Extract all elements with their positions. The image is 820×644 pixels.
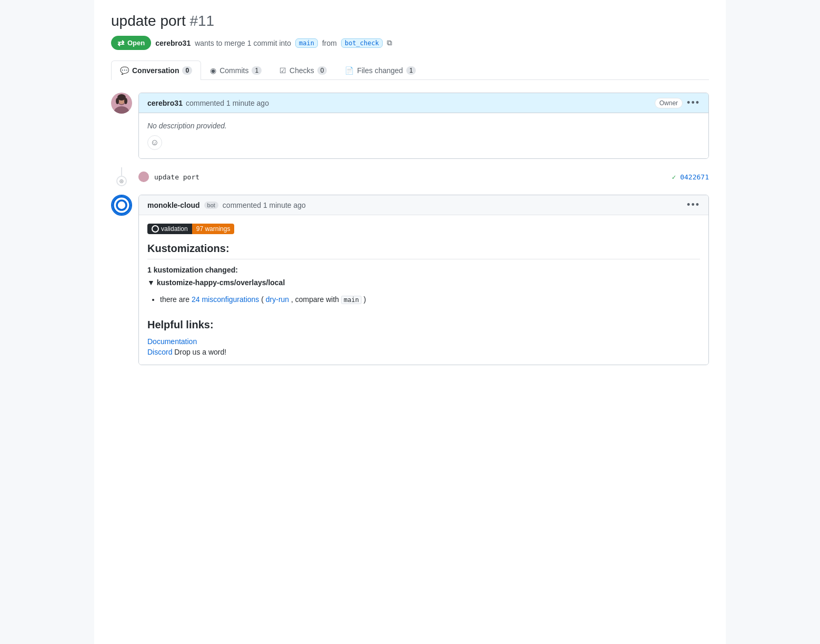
bot-comment-header-left: monokle-cloud bot commented 1 minute ago [147,201,306,209]
tab-commits-label: Commits [219,66,248,75]
bot-comment-time: commented 1 minute ago [223,201,306,209]
commit-message: update port [154,173,199,181]
avatar-cerebro31-img [111,93,132,114]
bot-more-options-button[interactable]: ••• [687,199,700,210]
discord-link[interactable]: Discord [147,348,172,356]
comment-monokle-cloud: monokle-cloud bot commented 1 minute ago… [111,195,709,365]
helpful-link-discord: Discord Drop us a word! [147,348,700,356]
commit-sha[interactable]: 0422671 [680,173,709,181]
bot-comment-box: monokle-cloud bot commented 1 minute ago… [138,195,709,365]
rail-top [121,167,122,176]
bot-author: monokle-cloud [147,201,200,209]
validation-circle-icon [152,225,159,233]
pr-number: #11 [189,13,214,29]
more-options-button[interactable]: ••• [687,97,700,108]
kust-list-close: ) [364,295,366,304]
tab-checks-count: 0 [317,66,327,75]
tabs-bar: 💬 Conversation 0 ◉ Commits 1 ☑ Checks 0 … [111,61,709,80]
tab-files-changed[interactable]: 📄 Files changed 1 [336,61,425,80]
kust-branch-ref: main [341,296,362,304]
commit-section: ◎ update port ✓ 0422671 [111,167,709,186]
comment-box-cerebro31: cerebro31 commented 1 minute ago Owner •… [138,93,709,159]
tab-conversation-label: Conversation [132,66,179,75]
validation-label: validation [161,225,188,233]
check-icon: ✓ [672,173,676,181]
bot-badge: bot [204,202,218,209]
commit-avatar [138,172,149,182]
comment-header-left: cerebro31 commented 1 minute ago [147,99,269,107]
kust-path: ▼ kustomize-happy-cms/overlays/local [147,278,700,287]
pr-title: update port #11 [111,13,709,29]
merge-icon: ⇄ [117,38,124,48]
commits-icon: ◉ [210,66,216,75]
tab-commits-count: 1 [252,66,262,75]
bot-comment-header-right: ••• [687,199,700,210]
kust-list-paren: ( [261,295,264,304]
kust-list-item: there are 24 misconfigurations ( dry-run… [160,293,700,306]
kust-list-compare: compare with [295,295,341,304]
kust-arrow: ▼ [147,278,157,287]
comment-author-cerebro31: cerebro31 [147,99,183,107]
avatar-cerebro31 [111,93,132,114]
base-branch-ref[interactable]: main [295,38,318,48]
comment-body-text: No description provided. [147,122,700,130]
tab-checks[interactable]: ☑ Checks 0 [271,61,336,80]
discord-suffix-text: Drop us a word! [174,348,226,356]
checks-icon: ☑ [279,66,286,75]
docs-link[interactable]: Documentation [147,337,197,346]
owner-badge: Owner [655,98,683,108]
tab-files-changed-label: Files changed [357,66,403,75]
bot-avatar-svg [112,195,131,216]
commit-timeline-rail: ◎ [111,167,132,186]
timeline: cerebro31 commented 1 minute ago Owner •… [111,93,709,374]
svg-point-6 [124,98,127,104]
head-branch-ref[interactable]: bot_check [341,38,383,48]
from-text: from [322,39,337,47]
tab-checks-label: Checks [289,66,314,75]
warnings-label: 97 warnings [192,224,235,234]
svg-point-9 [117,200,126,210]
kust-changed-label: 1 kustomization changed: [147,266,700,274]
conversation-icon: 💬 [120,66,129,75]
kustomizations-title: Kustomizations: [147,243,700,259]
tab-conversation-count: 0 [182,66,192,75]
status-badge: ⇄ Open [111,36,151,50]
svg-point-7 [138,172,149,182]
commit-sha-check: ✓ 0422671 [672,173,709,181]
pr-title-text: update port [111,13,186,29]
comment-header-cerebro31: cerebro31 commented 1 minute ago Owner •… [139,93,708,113]
emoji-reaction-button[interactable]: ☺ [147,135,162,150]
helpful-link-docs: Documentation [147,337,700,346]
files-changed-icon: 📄 [345,66,354,75]
helpful-links: Documentation Discord Drop us a word! [147,337,700,356]
helpful-links-title: Helpful links: [147,319,700,331]
tab-commits[interactable]: ◉ Commits 1 [201,61,271,80]
avatar-monokle-cloud [111,195,132,216]
page-wrapper: update port #11 ⇄ Open cerebro31 wants t… [94,0,726,644]
pr-meta-text: wants to merge 1 commit into [195,39,291,47]
comment-time-cerebro31: commented 1 minute ago [186,99,269,107]
dry-run-link[interactable]: dry-run [266,295,289,304]
commit-dot: ◎ [116,176,127,186]
pr-meta: ⇄ Open cerebro31 wants to merge 1 commit… [111,36,709,50]
commit-row-content: update port ✓ 0422671 [138,167,709,182]
svg-point-5 [116,98,119,104]
kust-list-comma: , [291,295,295,304]
tab-conversation[interactable]: 💬 Conversation 0 [111,61,201,80]
misconfig-link[interactable]: 24 misconfigurations [192,295,259,304]
kust-path-name: kustomize-happy-cms/overlays/local [157,278,285,287]
copy-icon[interactable]: ⧉ [387,38,392,47]
comment-cerebro31: cerebro31 commented 1 minute ago Owner •… [111,93,709,159]
comment-header-right: Owner ••• [655,97,700,108]
comment-body-cerebro31: No description provided. ☺ [139,113,708,158]
kust-list: there are 24 misconfigurations ( dry-run… [147,293,700,306]
tab-files-changed-count: 1 [406,66,416,75]
validation-badge: validation 97 warnings [147,224,234,234]
bot-comment-body: validation 97 warnings Kustomizations: 1… [139,215,708,365]
status-label: Open [127,39,145,47]
bot-comment-header: monokle-cloud bot commented 1 minute ago… [139,195,708,215]
kust-list-before: there are [160,295,189,304]
commit-avatar-img [138,172,149,182]
pr-author: cerebro31 [155,39,191,47]
validation-left: validation [147,224,192,234]
